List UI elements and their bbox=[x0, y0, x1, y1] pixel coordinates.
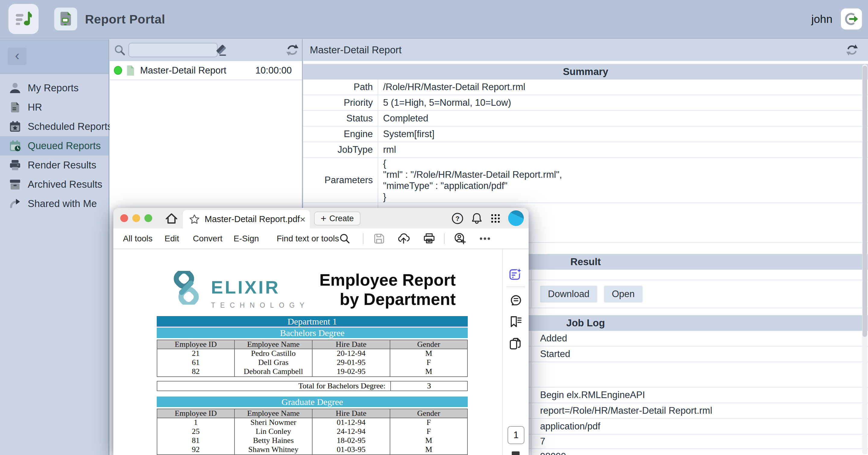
sidebar-item-hr[interactable]: HR bbox=[0, 98, 108, 117]
esign-menu[interactable]: E-Sign bbox=[234, 228, 259, 249]
report-portal-app-icon[interactable] bbox=[54, 7, 77, 30]
bookmarks-icon[interactable] bbox=[509, 315, 523, 329]
sidebar-item-label: Render Results bbox=[28, 159, 96, 171]
page-number-input[interactable] bbox=[507, 426, 524, 444]
help-button[interactable]: ? bbox=[451, 212, 465, 225]
find-text-button[interactable]: Find text or tools bbox=[277, 228, 339, 249]
pdf-viewer-window: Master-Detail Report.pdf × + Create ? Al… bbox=[113, 208, 529, 455]
window-maximize-button[interactable] bbox=[144, 214, 152, 222]
job-log-value: report=/Role/HR/Master-Detail Report.rml bbox=[531, 403, 868, 418]
summary-row-path: Path /Role/HR/Master-Detail Report.rml bbox=[303, 79, 868, 95]
cloud-upload-icon[interactable] bbox=[397, 232, 410, 245]
sidebar-item-label: My Reports bbox=[28, 82, 79, 94]
all-tools-menu[interactable]: All tools bbox=[123, 228, 153, 249]
find-search-icon[interactable] bbox=[339, 232, 351, 245]
scrollbar-thumb[interactable] bbox=[863, 66, 867, 337]
user-avatar[interactable] bbox=[508, 210, 524, 226]
summary-label: Parameters bbox=[303, 158, 378, 202]
summary-label: Priority bbox=[303, 95, 378, 110]
refresh-icon bbox=[286, 43, 299, 57]
summary-row-jobtype: JobType rml bbox=[303, 142, 868, 158]
table-header-row: Employee ID Employee Name Hire Date Gend… bbox=[157, 340, 467, 349]
save-icon[interactable] bbox=[373, 232, 386, 245]
summary-value: rml bbox=[378, 142, 868, 157]
convert-menu[interactable]: Convert bbox=[193, 228, 222, 249]
summary-label: JobType bbox=[303, 142, 378, 157]
summary-value: System[first] bbox=[378, 127, 868, 142]
degree-band: Bachelors Degree bbox=[157, 328, 468, 338]
report-time: 10:00:00 bbox=[255, 65, 292, 76]
sidebar-item-my-reports[interactable]: My Reports bbox=[0, 78, 108, 98]
total-value: 3 bbox=[390, 382, 467, 391]
open-button[interactable]: Open bbox=[604, 286, 643, 302]
create-button-label: Create bbox=[330, 214, 354, 223]
add-user-icon[interactable] bbox=[454, 232, 467, 245]
download-button[interactable]: Download bbox=[540, 286, 597, 302]
table-row: 1 Sheri Nowmer 01-12-94 F bbox=[157, 418, 467, 427]
window-close-button[interactable] bbox=[120, 214, 128, 222]
search-icon bbox=[114, 44, 126, 56]
pdf-document-page: ELIXIR TECHNOLOGY Employee Report by Dep… bbox=[113, 249, 501, 455]
home-button[interactable] bbox=[164, 212, 179, 225]
notifications-bell-icon[interactable] bbox=[470, 212, 484, 225]
pdf-tabstrip: Master-Detail Report.pdf × + Create ? bbox=[113, 208, 529, 228]
sidebar-item-queued-reports[interactable]: Queued Reports bbox=[0, 136, 108, 156]
employee-report-table: Department 1 Bachelors Degree Employee I… bbox=[157, 316, 468, 455]
sidebar: ‹ My Reports HR Scheduled Reports bbox=[0, 39, 109, 455]
detail-refresh-button[interactable] bbox=[846, 43, 859, 57]
pdf-document-tab[interactable]: Master-Detail Report.pdf × bbox=[183, 210, 310, 228]
summary-row-parameters: Parameters { "rml" : "/Role/HR/Master-De… bbox=[303, 158, 868, 203]
detail-scrollbar[interactable] bbox=[862, 64, 867, 454]
sidebar-item-render-results[interactable]: Render Results bbox=[0, 156, 108, 175]
pages-copy-icon[interactable] bbox=[509, 337, 523, 351]
report-file-icon bbox=[126, 65, 135, 76]
star-icon[interactable] bbox=[189, 214, 200, 225]
table-row: 21 Pedro Castillo 20-12-94 M bbox=[157, 349, 467, 358]
total-label: Total for Bachelors Degree: bbox=[157, 382, 390, 391]
apps-grid-icon[interactable] bbox=[489, 212, 503, 225]
search-input[interactable] bbox=[128, 43, 218, 57]
portal-logo[interactable] bbox=[8, 4, 38, 34]
bachelors-total-row: Total for Bachelors Degree: 3 bbox=[157, 381, 468, 391]
job-log-value: application/pdf bbox=[531, 419, 868, 434]
sidebar-item-label: Queued Reports bbox=[28, 140, 101, 152]
sidebar-header: ‹ bbox=[0, 39, 108, 74]
sidebar-item-archived-results[interactable]: Archived Results bbox=[0, 175, 108, 194]
report-list-item[interactable]: Master-Detail Report 10:00:00 bbox=[110, 61, 302, 80]
document-title-line2: by Department bbox=[319, 290, 456, 309]
sidebar-collapse-button[interactable]: ‹ bbox=[8, 47, 27, 65]
tab-close-icon[interactable]: × bbox=[300, 215, 306, 224]
print-icon[interactable] bbox=[423, 232, 435, 245]
ai-assistant-icon[interactable] bbox=[509, 267, 523, 281]
more-options-icon[interactable] bbox=[477, 232, 494, 245]
toolbar-separator bbox=[444, 233, 444, 244]
sidebar-item-scheduled-reports[interactable]: Scheduled Reports bbox=[0, 117, 108, 136]
column-header: Gender bbox=[390, 340, 467, 349]
tab-title: Master-Detail Report.pdf bbox=[205, 214, 300, 224]
logout-button[interactable] bbox=[841, 8, 862, 30]
report-name: Master-Detail Report bbox=[140, 65, 226, 76]
job-log-value bbox=[531, 362, 868, 387]
table-row: 61 Dell Gras 29-01-95 F bbox=[157, 358, 467, 367]
window-minimize-button[interactable] bbox=[132, 214, 140, 222]
edit-menu[interactable]: Edit bbox=[164, 228, 179, 249]
graduate-table: Employee ID Employee Name Hire Date Gend… bbox=[157, 409, 468, 455]
list-refresh-button[interactable] bbox=[286, 43, 299, 57]
document-icon bbox=[9, 101, 21, 113]
comments-icon[interactable] bbox=[509, 293, 523, 307]
document-title: Employee Report by Department bbox=[319, 270, 456, 309]
column-header: Employee Name bbox=[234, 340, 312, 349]
summary-label: Status bbox=[303, 111, 378, 126]
table-row: 92 Shawn Whitney 01-03-95 M bbox=[157, 445, 467, 454]
create-button[interactable]: + Create bbox=[314, 212, 361, 225]
summary-value: { "rml" : "/Role/HR/Master-Detail Report… bbox=[378, 158, 868, 202]
page-title: Report Portal bbox=[85, 0, 165, 39]
summary-value: Completed bbox=[378, 111, 868, 126]
summary-label: Engine bbox=[303, 127, 378, 142]
chevron-left-icon: ‹ bbox=[15, 49, 20, 62]
clear-search-button[interactable] bbox=[215, 43, 228, 57]
column-header: Gender bbox=[390, 409, 467, 418]
table-row: 82 Deborah Campbell 19-02-95 M bbox=[157, 367, 467, 376]
sidebar-item-shared-with-me[interactable]: Shared with Me bbox=[0, 194, 108, 213]
detail-title: Master-Detail Report bbox=[310, 39, 401, 61]
